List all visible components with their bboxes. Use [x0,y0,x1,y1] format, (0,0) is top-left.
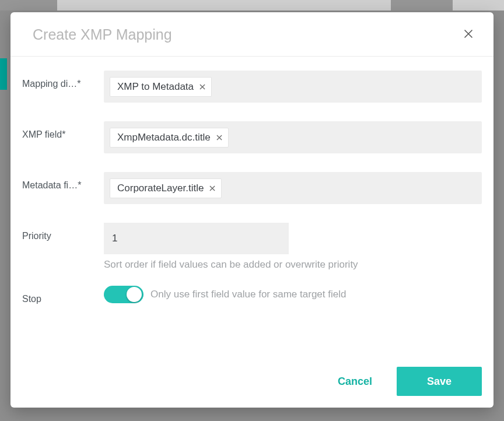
chip-remove-button[interactable] [198,83,206,91]
field-stop: Stop Only use first field value for same… [22,286,482,304]
close-icon [215,134,223,142]
metadata-field-input[interactable]: CorporateLayer.title [104,172,482,204]
cancel-button[interactable]: Cancel [327,367,383,396]
field-metadata-field: Metadata fi… CorporateLayer.title [22,172,482,204]
close-icon [198,83,206,91]
stop-toggle[interactable] [104,286,144,303]
xmp-field-label: XMP field [22,121,99,140]
mapping-direction-chip[interactable]: XMP to Metadata [110,77,212,97]
chip-text: CorporateLayer.title [117,183,204,194]
background-header [0,0,504,10]
xmp-field-input[interactable]: XmpMetadata.dc.title [104,121,482,153]
stop-toggle-description: Only use first field value for same targ… [150,289,346,300]
priority-label: Priority [22,223,99,241]
chip-remove-button[interactable] [215,134,223,142]
priority-input[interactable] [104,223,289,254]
priority-helper-text: Sort order if field values can be added … [104,259,482,271]
save-button[interactable]: Save [397,367,482,396]
dialog-body: Mapping di… XMP to Metadata XMP field Xm… [10,57,494,367]
metadata-field-label: Metadata fi… [22,172,99,191]
close-button[interactable] [461,26,476,43]
dialog-footer: Cancel Save [10,367,494,408]
chip-remove-button[interactable] [208,184,216,192]
background-accent [0,58,7,90]
dialog-title: Create XMP Mapping [33,26,172,43]
close-icon [208,184,216,192]
dialog-header: Create XMP Mapping [10,12,494,57]
metadata-field-chip[interactable]: CorporateLayer.title [110,178,222,198]
create-xmp-mapping-dialog: Create XMP Mapping Mapping di… XMP to Me… [10,12,494,408]
mapping-direction-label: Mapping di… [22,71,99,89]
field-priority: Priority [22,223,482,254]
chip-text: XMP to Metadata [117,81,194,93]
field-xmp-field: XMP field XmpMetadata.dc.title [22,121,482,153]
chip-text: XmpMetadata.dc.title [117,132,211,143]
xmp-field-chip[interactable]: XmpMetadata.dc.title [110,128,229,148]
stop-label: Stop [22,286,99,304]
mapping-direction-input[interactable]: XMP to Metadata [104,71,482,103]
toggle-knob [127,287,142,302]
close-icon [463,29,474,39]
field-mapping-direction: Mapping di… XMP to Metadata [22,71,482,103]
